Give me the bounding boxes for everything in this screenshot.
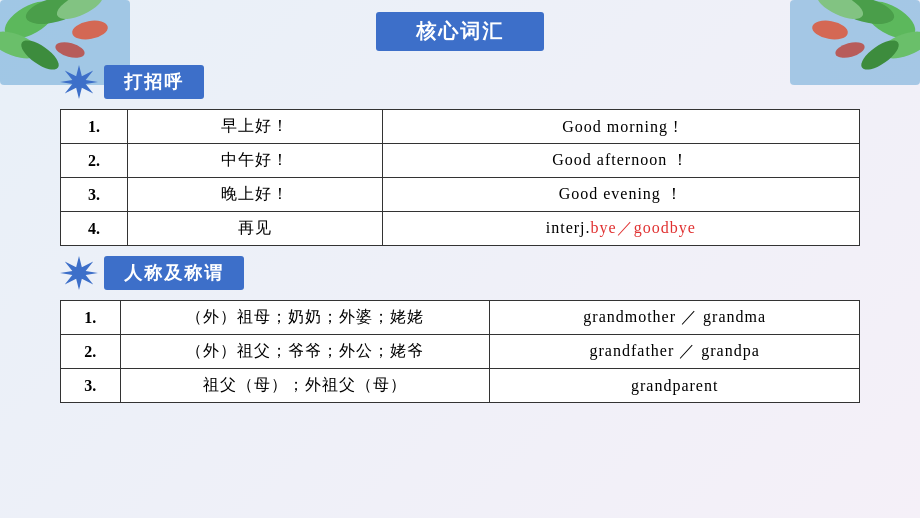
section2-table: 1. （外）祖母；奶奶；外婆；姥姥 grandmother ／ grandma … bbox=[60, 300, 860, 403]
starburst-icon-1 bbox=[60, 63, 98, 101]
svg-marker-16 bbox=[60, 65, 98, 99]
table-row: 2. 中午好！ Good afternoon ！ bbox=[61, 144, 860, 178]
table-row: 1. （外）祖母；奶奶；外婆；姥姥 grandmother ／ grandma bbox=[61, 301, 860, 335]
table-row: 3. 祖父（母）；外祖父（母） grandparent bbox=[61, 369, 860, 403]
row-num: 2. bbox=[61, 144, 128, 178]
row-chinese: 早上好！ bbox=[127, 110, 382, 144]
svg-marker-17 bbox=[60, 256, 98, 290]
row-chinese: 祖父（母）；外祖父（母） bbox=[120, 369, 490, 403]
row-chinese: （外）祖父；爷爷；外公；姥爷 bbox=[120, 335, 490, 369]
starburst-icon-2 bbox=[60, 254, 98, 292]
row-num: 2. bbox=[61, 335, 121, 369]
page-title: 核心词汇 bbox=[376, 12, 544, 51]
english-plain: interj. bbox=[546, 219, 591, 236]
section1-header: 打招呼 bbox=[60, 63, 860, 101]
row-english: interj.bye／goodbye bbox=[382, 212, 860, 246]
table-row: 3. 晚上好！ Good evening ！ bbox=[61, 178, 860, 212]
row-num: 3. bbox=[61, 369, 121, 403]
section-titles: 人称及称谓 1. （外）祖母；奶奶；外婆；姥姥 grandmother ／ gr… bbox=[60, 254, 860, 403]
row-english: grandfather ／ grandpa bbox=[490, 335, 860, 369]
table-row: 4. 再见 interj.bye／goodbye bbox=[61, 212, 860, 246]
row-english: grandmother ／ grandma bbox=[490, 301, 860, 335]
row-num: 1. bbox=[61, 110, 128, 144]
row-num: 4. bbox=[61, 212, 128, 246]
row-chinese: 再见 bbox=[127, 212, 382, 246]
row-chinese: 中午好！ bbox=[127, 144, 382, 178]
section-greetings: 打招呼 1. 早上好！ Good morning ! 2. 中午好！ Good … bbox=[60, 63, 860, 246]
table-row: 2. （外）祖父；爷爷；外公；姥爷 grandfather ／ grandpa bbox=[61, 335, 860, 369]
table-row: 1. 早上好！ Good morning ! bbox=[61, 110, 860, 144]
row-english: grandparent bbox=[490, 369, 860, 403]
row-chinese: （外）祖母；奶奶；外婆；姥姥 bbox=[120, 301, 490, 335]
section1-table: 1. 早上好！ Good morning ! 2. 中午好！ Good afte… bbox=[60, 109, 860, 246]
section2-header: 人称及称谓 bbox=[60, 254, 860, 292]
section2-label: 人称及称谓 bbox=[104, 256, 244, 290]
english-red: bye／goodbye bbox=[591, 219, 696, 236]
row-english: Good afternoon ！ bbox=[382, 144, 860, 178]
row-english: Good evening ！ bbox=[382, 178, 860, 212]
row-english: Good morning ! bbox=[382, 110, 860, 144]
main-content: 打招呼 1. 早上好！ Good morning ! 2. 中午好！ Good … bbox=[60, 55, 860, 508]
row-chinese: 晚上好！ bbox=[127, 178, 382, 212]
row-num: 3. bbox=[61, 178, 128, 212]
row-num: 1. bbox=[61, 301, 121, 335]
section1-label: 打招呼 bbox=[104, 65, 204, 99]
